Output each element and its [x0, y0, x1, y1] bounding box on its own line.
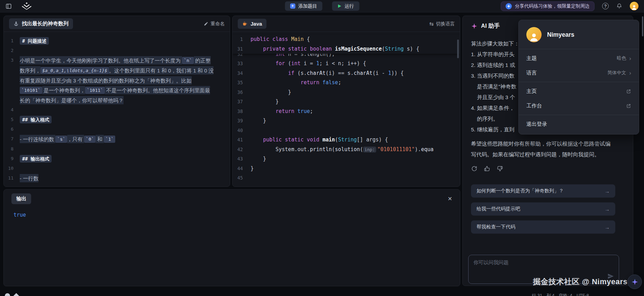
partially-scrolled-line: 32 int n = s.length();	[233, 54, 460, 59]
markdown-editor[interactable]: 1# 问题描述23小明是一个中学生，今天他刚刚学习了数列。他在纸上写了一个长度为…	[4, 32, 230, 183]
chevron-right-icon: ›	[629, 70, 631, 76]
menu-divider	[519, 82, 639, 82]
markdown-line: 7- 一行连续的数 `s`，只有 `0` 和 `1`	[4, 134, 225, 144]
username: Nimyears	[547, 31, 574, 38]
code-token: return	[301, 79, 319, 86]
language-tab-java[interactable]: Java	[238, 19, 266, 29]
code-token: static	[288, 46, 307, 52]
anchor-icon	[13, 21, 19, 26]
regenerate-icon[interactable]	[471, 165, 478, 172]
banner-text: 分享代码练习体验，领限量定制周边	[515, 3, 590, 9]
code-line-content: for (int i = 1; i < n; i++) {	[251, 59, 366, 69]
statusbar-icons	[5, 293, 18, 296]
menu-item-workspace[interactable]: 工作台	[519, 98, 639, 113]
code-token: {	[304, 36, 310, 42]
switch-language-button[interactable]: ⇆ 切换语言	[429, 21, 455, 27]
run-button[interactable]: 运行	[332, 1, 359, 11]
code-line: 1public class Main {	[233, 35, 460, 44]
user-avatar[interactable]	[630, 2, 638, 10]
line-number: 39	[233, 116, 251, 126]
code-token: }	[251, 98, 279, 105]
profile-row[interactable]: Nimyears	[519, 23, 639, 47]
code-token: int	[291, 60, 300, 67]
code-token: ;	[310, 108, 313, 114]
menu-item-home[interactable]: 主页	[519, 84, 639, 98]
rename-label: 重命名	[211, 21, 225, 27]
statusbar-icon	[5, 293, 10, 296]
markdown-line: 9## 输出格式	[4, 154, 225, 164]
ai-suggestion-chip[interactable]: 如何判断一个数列是否为「神奇数列」？→	[471, 184, 615, 198]
code-token: 1	[316, 60, 319, 67]
line-number: 11	[4, 173, 20, 183]
ai-floating-button[interactable]	[627, 275, 642, 289]
code-line-content: if (s.charAt(i) == s.charAt(i - 1)) {	[251, 69, 404, 78]
menu-item-logout[interactable]: 退出登录	[519, 117, 639, 131]
code-token: }	[251, 89, 291, 95]
arrow-right-icon: →	[605, 188, 610, 194]
profile-avatar	[526, 27, 542, 42]
line-number: 35	[233, 78, 251, 88]
code-token	[251, 46, 263, 52]
ai-suggestion-label: 帮我检查一下代码	[477, 224, 515, 230]
ai-feedback-row	[471, 165, 625, 172]
code-token	[319, 79, 323, 86]
pencil-icon	[204, 21, 208, 26]
menu-divider	[519, 49, 639, 49]
code-token: static	[285, 137, 303, 143]
code-line-content: }	[251, 116, 266, 126]
close-icon[interactable]: ✕	[448, 195, 452, 202]
markdown-line: 2	[4, 46, 225, 55]
markdown-segment: `10101`	[20, 87, 42, 94]
code-line: 37 }	[233, 97, 460, 107]
ai-suggestion-label: 给我一些代码提示吧	[477, 206, 520, 212]
code-line-content: return false;	[251, 78, 341, 88]
add-problem-button[interactable]: + 添加题目	[285, 1, 322, 11]
java-coffee-icon	[242, 21, 247, 26]
markdown-segment: 和	[96, 135, 103, 143]
ai-suggestion-chip[interactable]: 帮我检查一下代码→	[471, 220, 615, 234]
profile-dropdown-menu: Nimyears 主题暗色›语言简体中文›主页工作台退出登录	[518, 20, 639, 134]
problem-panel-header: 找出最长的神奇数列 重命名	[4, 16, 230, 32]
markdown-segment: `1`	[104, 136, 115, 143]
menu-item-theme[interactable]: 主题暗色›	[519, 51, 639, 66]
line-number: 3	[4, 55, 20, 105]
markdown-line-content: 小明是一个中学生，今天他刚刚学习了数列。他在纸上写了一个长度为 `n` 的正整数…	[20, 55, 215, 105]
thumbs-up-icon[interactable]	[484, 165, 490, 172]
code-scrollbar-thumb[interactable]	[457, 40, 459, 58]
code-token: charAt	[307, 70, 326, 76]
code-line: 32 int n = s.length();	[233, 54, 460, 59]
markdown-line: 3小明是一个中学生，今天他刚刚学习了数列。他在纸上写了一个长度为 `n` 的正整…	[4, 55, 225, 105]
code-token: private	[263, 46, 285, 52]
code-editor[interactable]: 1public class Main {31 private static bo…	[233, 32, 460, 184]
code-line: 33 for (int i = 1; i < n; i++) {	[233, 59, 460, 69]
watermark: 掘金技术社区 @ Nimyears	[533, 277, 627, 287]
sidebar-toggle-icon[interactable]	[6, 3, 12, 9]
markdown-line: 10	[4, 164, 225, 173]
code-token: class	[272, 36, 288, 42]
code-lines: 33 for (int i = 1; i < n; i++) {34 if (s…	[233, 59, 460, 183]
rename-button[interactable]: 重命名	[204, 21, 225, 27]
markdown-line-content: - 一行连续的数 `s`，只有 `0` 和 `1`	[20, 134, 115, 144]
play-icon	[337, 4, 342, 8]
code-line-content: public static void main(String[] args) {	[251, 135, 388, 145]
help-icon[interactable]: ?	[602, 3, 609, 9]
code-token: (	[382, 46, 385, 52]
promo-banner[interactable]: 分享代码练习体验，领限量定制周边	[501, 1, 595, 11]
notifications-icon[interactable]	[616, 3, 622, 9]
code-line-content: }	[251, 88, 291, 97]
code-token: ; i < n; i++) {	[319, 60, 366, 67]
juejin-logo-icon[interactable]	[21, 2, 33, 10]
ai-suggestion-chip[interactable]: 给我一些代码提示吧→	[471, 202, 615, 216]
page-scrollbar-thumb[interactable]	[642, 16, 643, 36]
markdown-line-content: - 一行数	[20, 173, 38, 183]
output-title: 输出	[11, 193, 31, 204]
thumbs-down-icon[interactable]	[497, 165, 503, 172]
menu-item-language[interactable]: 语言简体中文›	[519, 66, 639, 80]
arrow-right-icon: →	[605, 224, 610, 230]
code-line-content: private static boolean isMagicSequence(S…	[251, 44, 419, 54]
plus-icon: +	[290, 3, 295, 9]
problem-title: 找出最长的神奇数列	[22, 20, 69, 27]
code-line-content: }	[251, 97, 279, 107]
markdown-line: 8	[4, 144, 225, 154]
code-token: ();	[326, 54, 335, 57]
